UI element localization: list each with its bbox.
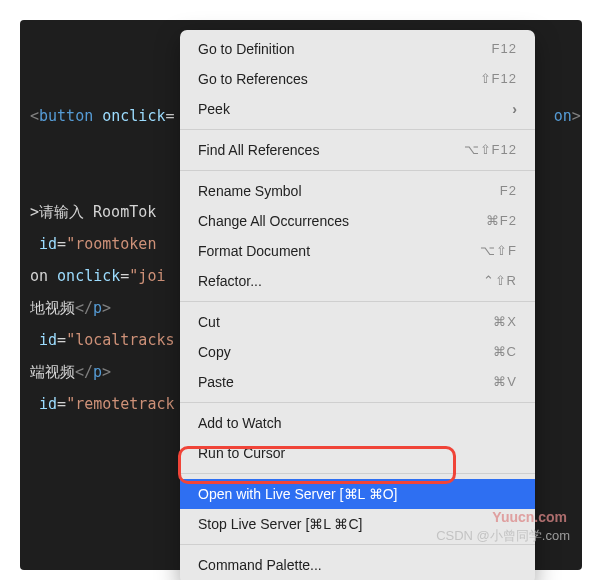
menu-separator [180, 402, 535, 403]
menu-item-shortcut: ⌘F2 [486, 210, 517, 232]
code-text: = [57, 235, 66, 253]
code-text: button [39, 107, 93, 125]
code-text: id [30, 395, 57, 413]
menu-item-label: Go to Definition [198, 38, 476, 60]
code-text: "joi [129, 267, 165, 285]
code-text: > [102, 299, 111, 317]
menu-item-shortcut: F12 [492, 38, 517, 60]
menu-item-label: Paste [198, 371, 477, 393]
menu-copy[interactable]: Copy ⌘C [180, 337, 535, 367]
code-text: 地视频 [30, 299, 75, 317]
menu-find-all-references[interactable]: Find All References ⌥⇧F12 [180, 135, 535, 165]
code-text: > [572, 107, 581, 125]
code-text: "roomtoken [66, 235, 156, 253]
code-text: id [30, 331, 57, 349]
menu-item-label: Peek [198, 98, 512, 120]
context-menu: Go to Definition F12 Go to References ⇧F… [180, 30, 535, 580]
menu-item-label: Stop Live Server [⌘L ⌘C] [198, 513, 517, 535]
menu-item-shortcut: ⇧F12 [480, 68, 517, 90]
code-text: p [93, 363, 102, 381]
menu-open-with-live-server[interactable]: Open with Live Server [⌘L ⌘O] [180, 479, 535, 509]
menu-item-label: Refactor... [198, 270, 467, 292]
menu-item-shortcut: ⌘X [493, 311, 517, 333]
menu-item-shortcut: ⌘V [493, 371, 517, 393]
menu-item-label: Run to Cursor [198, 442, 517, 464]
menu-stop-live-server[interactable]: Stop Live Server [⌘L ⌘C] [180, 509, 535, 539]
menu-command-palette[interactable]: Command Palette... [180, 550, 535, 580]
code-text: > [102, 363, 111, 381]
menu-item-label: Copy [198, 341, 477, 363]
code-text: < [30, 107, 39, 125]
code-text: </ [75, 363, 93, 381]
menu-item-shortcut: ⌥⇧F [480, 240, 517, 262]
menu-separator [180, 129, 535, 130]
menu-run-to-cursor[interactable]: Run to Cursor [180, 438, 535, 468]
menu-separator [180, 170, 535, 171]
menu-item-label: Rename Symbol [198, 180, 484, 202]
code-text: = [57, 331, 66, 349]
chevron-right-icon: › [512, 98, 517, 120]
code-text: on [30, 267, 57, 285]
menu-item-shortcut: ⌘C [493, 341, 517, 363]
menu-cut[interactable]: Cut ⌘X [180, 307, 535, 337]
code-text: "remotetrack [66, 395, 174, 413]
menu-item-label: Add to Watch [198, 412, 517, 434]
menu-paste[interactable]: Paste ⌘V [180, 367, 535, 397]
menu-go-to-definition[interactable]: Go to Definition F12 [180, 34, 535, 64]
code-text: p [93, 299, 102, 317]
menu-rename-symbol[interactable]: Rename Symbol F2 [180, 176, 535, 206]
code-text: id [39, 235, 57, 253]
menu-item-label: Go to References [198, 68, 464, 90]
menu-item-label: Format Document [198, 240, 464, 262]
menu-item-label: Cut [198, 311, 477, 333]
menu-add-to-watch[interactable]: Add to Watch [180, 408, 535, 438]
menu-separator [180, 301, 535, 302]
code-text: "localtracks [66, 331, 174, 349]
menu-refactor[interactable]: Refactor... ⌃⇧R [180, 266, 535, 296]
menu-item-shortcut: F2 [500, 180, 517, 202]
menu-item-shortcut: ⌃⇧R [483, 270, 517, 292]
code-text: </ [75, 299, 93, 317]
code-text: = [57, 395, 66, 413]
code-text: = [120, 267, 129, 285]
menu-go-to-references[interactable]: Go to References ⇧F12 [180, 64, 535, 94]
menu-peek[interactable]: Peek › [180, 94, 535, 124]
menu-item-label: Find All References [198, 139, 448, 161]
code-text: >请输入 RoomTok [30, 203, 156, 221]
code-text: on [554, 107, 572, 125]
menu-change-all-occurrences[interactable]: Change All Occurrences ⌘F2 [180, 206, 535, 236]
code-text: onclick [102, 107, 165, 125]
code-text: onclick [57, 267, 120, 285]
code-text [30, 235, 39, 253]
code-text: 端视频 [30, 363, 75, 381]
menu-item-shortcut: ⌥⇧F12 [464, 139, 517, 161]
menu-separator [180, 473, 535, 474]
menu-item-label: Open with Live Server [⌘L ⌘O] [198, 483, 517, 505]
code-text: = [165, 107, 174, 125]
menu-format-document[interactable]: Format Document ⌥⇧F [180, 236, 535, 266]
menu-item-label: Command Palette... [198, 554, 517, 576]
menu-separator [180, 544, 535, 545]
menu-item-label: Change All Occurrences [198, 210, 470, 232]
